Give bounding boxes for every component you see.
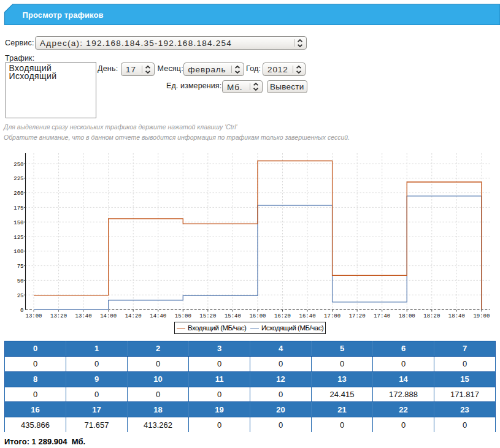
svg-text:75: 75	[17, 264, 24, 270]
svg-text:18:00: 18:00	[399, 313, 415, 319]
svg-text:15:20: 15:20	[199, 313, 216, 319]
svg-text:14:00: 14:00	[100, 313, 117, 319]
svg-text:50: 50	[17, 278, 24, 284]
svg-text:0: 0	[20, 308, 23, 314]
svg-text:14:20: 14:20	[125, 313, 142, 319]
svg-text:16:20: 16:20	[274, 313, 291, 319]
svg-text:17:20: 17:20	[349, 313, 366, 319]
svg-text:225: 225	[13, 176, 23, 182]
svg-text:19:00: 19:00	[473, 313, 490, 319]
svg-text:250: 250	[13, 162, 23, 168]
svg-text:13:20: 13:20	[50, 313, 67, 319]
svg-text:200: 200	[13, 191, 23, 197]
svg-text:125: 125	[13, 235, 23, 241]
svg-text:25: 25	[17, 293, 24, 299]
svg-text:100: 100	[13, 249, 23, 255]
svg-text:18:20: 18:20	[423, 313, 440, 319]
svg-text:18:40: 18:40	[448, 313, 465, 319]
svg-text:13:00: 13:00	[25, 313, 42, 319]
svg-text:14:40: 14:40	[150, 313, 166, 319]
svg-text:13:40: 13:40	[75, 313, 92, 319]
svg-text:15:00: 15:00	[175, 313, 191, 319]
svg-text:16:40: 16:40	[299, 313, 316, 319]
svg-text:15:40: 15:40	[225, 313, 241, 319]
svg-text:150: 150	[13, 220, 23, 226]
svg-text:175: 175	[13, 205, 23, 211]
svg-text:17:00: 17:00	[324, 313, 340, 319]
svg-text:17:40: 17:40	[374, 313, 390, 319]
svg-text:16:00: 16:00	[249, 313, 266, 319]
